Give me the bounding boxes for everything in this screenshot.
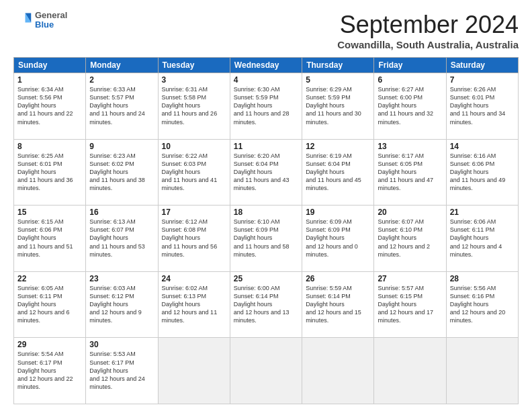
day-info: Sunrise: 5:54 AM Sunset: 6:17 PM Dayligh…	[17, 350, 82, 391]
sunrise-label: Sunrise: 6:16 AM	[450, 152, 496, 159]
logo-icon	[13, 11, 32, 30]
day-number: 10	[162, 142, 226, 151]
day-info: Sunrise: 6:06 AM Sunset: 6:11 PM Dayligh…	[450, 218, 515, 259]
daylight-value: and 11 hours and 41 minutes.	[162, 177, 218, 191]
daylight-value: and 11 hours and 26 minutes.	[162, 110, 218, 125]
daylight-value: and 11 hours and 28 minutes.	[234, 110, 290, 125]
daylight-label: Daylight hours	[17, 234, 56, 241]
sunrise-label: Sunrise: 6:22 AM	[162, 152, 208, 159]
sunrise-label: Sunrise: 6:05 AM	[17, 285, 64, 291]
daylight-value: and 12 hours and 20 minutes.	[450, 309, 506, 324]
daylight-label: Daylight hours	[162, 169, 201, 175]
sunrise-label: Sunrise: 6:33 AM	[89, 86, 136, 93]
calendar-cell: 18 Sunrise: 6:10 AM Sunset: 6:09 PM Dayl…	[230, 205, 302, 272]
sunset-label: Sunset: 6:02 PM	[89, 161, 134, 167]
calendar-cell: 8 Sunrise: 6:25 AM Sunset: 6:01 PM Dayli…	[14, 139, 86, 205]
calendar-cell	[302, 338, 374, 404]
calendar-cell: 29 Sunrise: 5:54 AM Sunset: 6:17 PM Dayl…	[14, 338, 86, 404]
sunset-label: Sunset: 6:11 PM	[17, 293, 62, 300]
day-info: Sunrise: 6:15 AM Sunset: 6:06 PM Dayligh…	[17, 218, 82, 259]
day-info: Sunrise: 6:12 AM Sunset: 6:08 PM Dayligh…	[162, 218, 226, 259]
header-saturday: Saturday	[446, 58, 518, 73]
sunset-label: Sunset: 6:09 PM	[306, 226, 351, 233]
day-number: 28	[450, 274, 515, 283]
sunset-label: Sunset: 6:12 PM	[89, 293, 134, 300]
calendar-week-1: 1 Sunrise: 6:34 AM Sunset: 5:56 PM Dayli…	[14, 73, 519, 140]
sunset-label: Sunset: 6:09 PM	[234, 226, 279, 233]
sunset-label: Sunset: 6:08 PM	[162, 226, 207, 233]
day-info: Sunrise: 6:07 AM Sunset: 6:10 PM Dayligh…	[378, 218, 442, 259]
daylight-value: and 11 hours and 53 minutes.	[89, 243, 145, 258]
sunset-label: Sunset: 5:57 PM	[89, 94, 134, 101]
sunrise-label: Sunrise: 6:02 AM	[162, 285, 208, 291]
calendar-cell: 19 Sunrise: 6:09 AM Sunset: 6:09 PM Dayl…	[302, 205, 374, 272]
calendar-cell: 10 Sunrise: 6:22 AM Sunset: 6:03 PM Dayl…	[158, 139, 230, 205]
daylight-label: Daylight hours	[162, 102, 201, 109]
daylight-value: and 12 hours and 2 minutes.	[378, 243, 430, 258]
day-info: Sunrise: 6:00 AM Sunset: 6:14 PM Dayligh…	[234, 284, 298, 325]
calendar-cell: 11 Sunrise: 6:20 AM Sunset: 6:04 PM Dayl…	[230, 139, 302, 205]
daylight-label: Daylight hours	[378, 169, 416, 175]
sunset-label: Sunset: 5:58 PM	[162, 94, 207, 101]
day-number: 24	[162, 274, 226, 283]
daylight-value: and 11 hours and 38 minutes.	[89, 177, 145, 191]
day-number: 13	[378, 142, 442, 151]
daylight-label: Daylight hours	[89, 169, 128, 175]
sunrise-label: Sunrise: 5:56 AM	[450, 285, 496, 291]
day-number: 19	[306, 208, 370, 217]
calendar-cell: 2 Sunrise: 6:33 AM Sunset: 5:57 PM Dayli…	[86, 73, 158, 140]
daylight-value: and 11 hours and 24 minutes.	[89, 110, 145, 125]
sunrise-label: Sunrise: 6:30 AM	[234, 86, 280, 93]
day-info: Sunrise: 6:33 AM Sunset: 5:57 PM Dayligh…	[89, 85, 154, 126]
day-number: 18	[234, 208, 298, 217]
day-number: 15	[17, 208, 82, 217]
calendar-body: 1 Sunrise: 6:34 AM Sunset: 5:56 PM Dayli…	[14, 73, 519, 404]
day-info: Sunrise: 6:19 AM Sunset: 6:04 PM Dayligh…	[306, 152, 370, 193]
logo-general: General	[35, 11, 67, 20]
calendar-cell: 24 Sunrise: 6:02 AM Sunset: 6:13 PM Dayl…	[158, 271, 230, 338]
daylight-label: Daylight hours	[89, 234, 128, 241]
daylight-label: Daylight hours	[450, 234, 489, 241]
calendar-week-5: 29 Sunrise: 5:54 AM Sunset: 6:17 PM Dayl…	[14, 338, 519, 404]
sunset-label: Sunset: 6:15 PM	[378, 293, 423, 300]
sunset-label: Sunset: 6:13 PM	[162, 293, 207, 300]
calendar-week-3: 15 Sunrise: 6:15 AM Sunset: 6:06 PM Dayl…	[14, 205, 519, 272]
daylight-value: and 11 hours and 45 minutes.	[306, 177, 361, 191]
daylight-label: Daylight hours	[234, 102, 273, 109]
day-number: 16	[89, 208, 154, 217]
sunset-label: Sunset: 5:56 PM	[17, 94, 62, 101]
daylight-value: and 12 hours and 24 minutes.	[89, 375, 145, 390]
day-info: Sunrise: 6:10 AM Sunset: 6:09 PM Dayligh…	[234, 218, 298, 259]
header-thursday: Thursday	[302, 58, 374, 73]
daylight-label: Daylight hours	[17, 169, 56, 175]
header: General Blue September 2024 Cowandilla, …	[13, 11, 519, 50]
daylight-value: and 11 hours and 51 minutes.	[17, 243, 73, 258]
day-info: Sunrise: 6:26 AM Sunset: 6:01 PM Dayligh…	[450, 85, 515, 126]
day-number: 3	[162, 75, 226, 85]
day-info: Sunrise: 6:17 AM Sunset: 6:05 PM Dayligh…	[378, 152, 442, 193]
sunset-label: Sunset: 5:59 PM	[306, 94, 351, 101]
sunset-label: Sunset: 6:03 PM	[162, 161, 207, 167]
sunset-label: Sunset: 6:17 PM	[17, 359, 62, 366]
daylight-label: Daylight hours	[450, 169, 489, 175]
header-sunday: Sunday	[14, 58, 86, 73]
daylight-value: and 11 hours and 22 minutes.	[17, 110, 73, 125]
daylight-label: Daylight hours	[450, 301, 489, 308]
calendar-cell	[230, 338, 302, 404]
daylight-label: Daylight hours	[89, 102, 128, 109]
day-info: Sunrise: 6:03 AM Sunset: 6:12 PM Dayligh…	[89, 284, 154, 325]
daylight-label: Daylight hours	[89, 301, 128, 308]
sunset-label: Sunset: 6:14 PM	[234, 293, 279, 300]
day-number: 17	[162, 208, 226, 217]
day-info: Sunrise: 6:31 AM Sunset: 5:58 PM Dayligh…	[162, 85, 226, 126]
calendar-cell: 4 Sunrise: 6:30 AM Sunset: 5:59 PM Dayli…	[230, 73, 302, 140]
logo-text: General Blue	[35, 11, 67, 30]
day-info: Sunrise: 5:56 AM Sunset: 6:16 PM Dayligh…	[450, 284, 515, 325]
daylight-label: Daylight hours	[306, 169, 345, 175]
daylight-value: and 11 hours and 49 minutes.	[450, 177, 506, 191]
sunrise-label: Sunrise: 6:29 AM	[306, 86, 352, 93]
sunrise-label: Sunrise: 6:19 AM	[306, 152, 352, 159]
daylight-value: and 12 hours and 6 minutes.	[17, 309, 70, 324]
calendar-cell: 6 Sunrise: 6:27 AM Sunset: 6:00 PM Dayli…	[374, 73, 446, 140]
day-number: 12	[306, 142, 370, 151]
